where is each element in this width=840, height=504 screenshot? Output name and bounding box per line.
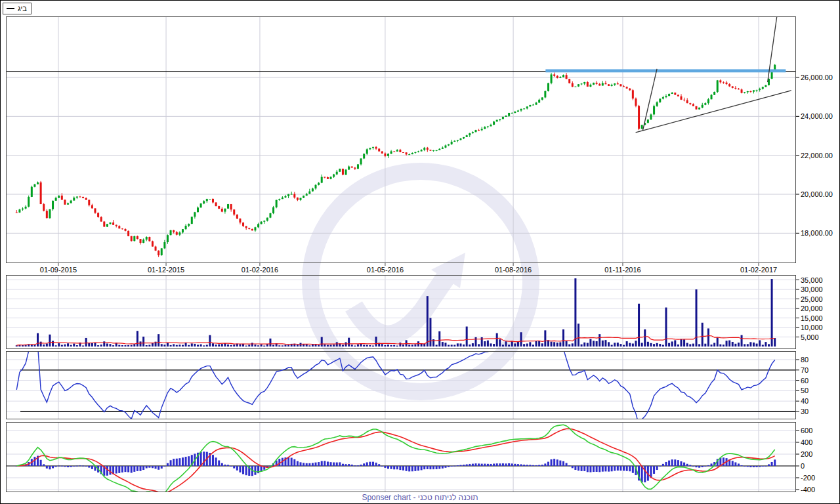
trendline xyxy=(642,69,657,131)
x-axis-tick-label: 01-02-2017 xyxy=(740,266,777,274)
x-axis-tick-label: 01-08-2016 xyxy=(495,266,532,274)
x-axis-tick-label: 01-05-2016 xyxy=(367,266,404,274)
y-axis-tick-label: 200 xyxy=(801,450,812,458)
x-axis-tick-label: 01-12-2015 xyxy=(148,266,184,274)
y-axis-tick-label: 35,000 xyxy=(801,276,823,284)
y-axis-tick-label: 50 xyxy=(801,387,808,394)
y-axis-tick-label: 70 xyxy=(801,366,808,374)
y-axis-tick-label: 80 xyxy=(801,356,808,364)
candlestick-series xyxy=(16,64,776,257)
y-axis-tick-label: 22,000.00 xyxy=(801,152,833,159)
y-axis-tick-label: 26,000.00 xyxy=(801,74,833,81)
gridlines xyxy=(7,17,799,492)
footer-credit: Sponser chart - תוכנה לניתוח טכני xyxy=(1,493,839,503)
x-axis-tick-label: 01-02-2016 xyxy=(242,266,278,274)
x-axis-tick-label: 01-11-2016 xyxy=(604,266,640,274)
price-panel-content xyxy=(6,15,796,257)
blue-resistance-band xyxy=(545,70,786,73)
watermark-logo xyxy=(310,171,531,392)
technical-analysis-chart-window: 01-09-201501-12-201501-02-201601-05-2016… xyxy=(0,0,840,504)
y-axis-tick-label: 24,000.00 xyxy=(801,112,833,120)
macd-panel-content xyxy=(6,425,796,495)
y-axis-tick-label: 30,000 xyxy=(801,285,823,293)
legend: ביג xyxy=(3,3,32,14)
y-axis-tick-label: -200 xyxy=(801,474,815,482)
y-axis-tick-label: 30 xyxy=(801,408,808,415)
y-axis-tick-label: 60 xyxy=(801,377,808,385)
y-axis-tick-label: 20,000 xyxy=(801,304,823,312)
y-axis-tick-label: 18,000.00 xyxy=(801,229,833,237)
trendline xyxy=(636,91,791,133)
y-axis-tick-label: 5,000 xyxy=(801,333,819,341)
y-axis-tick-label: 25,000 xyxy=(801,295,823,303)
macd-panel-border xyxy=(7,423,796,492)
main-panel-border xyxy=(7,17,796,263)
y-axis-tick-label: 0 xyxy=(801,462,805,470)
x-axis-tick-label: 01-09-2015 xyxy=(40,266,77,274)
y-axis-tick-label: 40 xyxy=(801,397,808,405)
legend-symbol-label: ביג xyxy=(18,4,27,13)
y-axis-tick-label: 20,000.00 xyxy=(801,190,833,198)
y-axis-tick-label: 400 xyxy=(801,438,812,446)
charts-canvas: 01-09-201501-12-201501-02-201601-05-2016… xyxy=(1,1,840,504)
y-axis-tick-label: 600 xyxy=(801,427,812,434)
y-axis-tick-label: 10,000 xyxy=(801,324,823,331)
y-axis-tick-label: 15,000 xyxy=(801,314,823,322)
legend-line-icon xyxy=(7,8,14,9)
